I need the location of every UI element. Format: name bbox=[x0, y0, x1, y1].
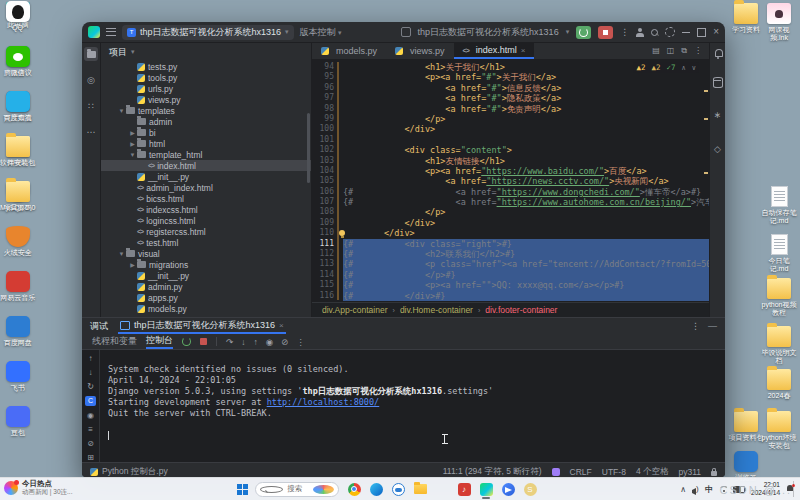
taskbar-app-file-explorer[interactable] bbox=[412, 481, 428, 497]
rerun-icon[interactable] bbox=[182, 337, 191, 346]
interpreter[interactable]: py311 bbox=[678, 467, 701, 477]
code-editor[interactable]: ▲2▲2✓7∧∨ 94 <h1>关于我们</h1>95 <p><a href="… bbox=[312, 60, 709, 302]
tray-expand-icon[interactable]: ∧ bbox=[680, 485, 686, 494]
debug-action-icon[interactable]: ↑ bbox=[253, 337, 257, 347]
editor-tab-views-py[interactable]: views.py bbox=[386, 43, 454, 59]
desktop-icon-app[interactable]: 飞书 bbox=[0, 360, 35, 405]
breadcrumb-item[interactable]: div.Home-container bbox=[400, 305, 473, 315]
run-config-name[interactable]: thp日志数据可视化分析系统hx1316 bbox=[418, 26, 559, 39]
more-tools-icon[interactable]: ⋯ bbox=[84, 125, 98, 139]
editor-tab-index-html[interactable]: <>index.html× bbox=[454, 43, 535, 59]
console-action-icon[interactable]: ↻ bbox=[85, 382, 96, 391]
debug-action-icon[interactable]: ⋮ bbox=[296, 337, 305, 347]
code-line[interactable]: 101 bbox=[312, 135, 709, 145]
tree-item[interactable]: admin bbox=[101, 116, 311, 127]
desktop-icon-qq[interactable]: QQ bbox=[0, 0, 35, 45]
close-icon[interactable]: × bbox=[279, 321, 284, 330]
desktop-icon-folder[interactable]: 2024春 bbox=[760, 368, 798, 400]
desktop-icon-folder[interactable]: 毕设说明文档 bbox=[760, 325, 798, 365]
notifications-icon[interactable] bbox=[714, 49, 722, 57]
taskbar-app-qq[interactable] bbox=[434, 481, 450, 497]
tree-item[interactable]: <>bicss.html bbox=[101, 193, 311, 204]
caret-position[interactable]: 111:1 (294 字符, 5 断行符) bbox=[443, 466, 542, 478]
code-line[interactable]: 109 </div> bbox=[312, 218, 709, 228]
code-line[interactable]: 107{# <a href="https://www.autohome.com.… bbox=[312, 197, 709, 207]
desktop-icon-wechat[interactable]: 微信 bbox=[0, 45, 35, 90]
code-line[interactable]: 103 <h1>友情链接</h1> bbox=[312, 156, 709, 166]
code-line[interactable]: 112{# <h2>联系我们</h2>#} bbox=[312, 249, 709, 259]
code-line[interactable]: 95 <p><a href="#">关于我们</a> bbox=[312, 72, 709, 82]
code-line[interactable]: 113{# <p class="href"><a href="tencent:/… bbox=[312, 259, 709, 269]
tree-item[interactable]: <>test.html bbox=[101, 237, 311, 248]
chevron-down-icon[interactable]: ▼ bbox=[128, 152, 137, 158]
stop-button[interactable] bbox=[598, 26, 613, 39]
tree-item[interactable]: models.py bbox=[101, 303, 311, 314]
structure-tool-icon[interactable]: ∷ bbox=[84, 99, 98, 113]
code-line[interactable]: 102 <div class="content"> bbox=[312, 145, 709, 155]
code-line[interactable]: 99 </p> bbox=[312, 114, 709, 124]
debug-action-icon[interactable]: ◉ bbox=[266, 337, 273, 347]
code-line[interactable]: 104 <p><a href="https://www.baidu.com/">… bbox=[312, 166, 709, 176]
tree-item[interactable]: <>admin_index.html bbox=[101, 182, 311, 193]
maximize-button[interactable] bbox=[697, 28, 706, 37]
tree-item[interactable]: <>index.html bbox=[101, 160, 311, 171]
ai-assistant-icon[interactable]: ◇ bbox=[711, 142, 725, 156]
minimize-button[interactable] bbox=[682, 32, 690, 33]
tree-item[interactable]: apps.py bbox=[101, 292, 311, 303]
tree-item[interactable]: admin.py bbox=[101, 281, 311, 292]
desktop-icon-folder[interactable]: python视频教程 bbox=[760, 277, 798, 317]
editor-tab-models-py[interactable]: models.py bbox=[312, 43, 386, 59]
taskbar-app-edge[interactable] bbox=[368, 481, 384, 497]
code-line[interactable]: 110 </div> bbox=[312, 228, 709, 238]
taskbar-app-feishu[interactable] bbox=[500, 481, 516, 497]
vcs-menu[interactable]: 版本控制 ▾ bbox=[300, 26, 342, 39]
tree-item[interactable]: __init__.py bbox=[101, 270, 311, 281]
console-action-icon[interactable]: ◉ bbox=[85, 411, 96, 420]
desktop-icon-folder[interactable]: python环境安装包 bbox=[760, 410, 798, 450]
code-line[interactable]: 96 <a href="#">信息反馈</a> bbox=[312, 83, 709, 93]
commit-tool-icon[interactable]: ◎ bbox=[84, 73, 98, 87]
debug-action-icon[interactable]: ↷ bbox=[226, 337, 233, 347]
code-line[interactable]: 105 <a href="https://news.cctv.com/">央视新… bbox=[312, 176, 709, 186]
desktop-icon-folder[interactable]: 软件安装包 bbox=[0, 135, 35, 180]
desktop-icon-app[interactable]: 百度网盘 bbox=[0, 315, 35, 360]
tree-item[interactable]: <>indexcss.html bbox=[101, 204, 311, 215]
tree-item[interactable]: urls.py bbox=[101, 83, 311, 94]
code-line[interactable]: 116{# </div>#} bbox=[312, 291, 709, 301]
tree-item[interactable]: ▼templates bbox=[101, 105, 311, 116]
clock[interactable]: 22:01 2024/4/14 bbox=[751, 481, 780, 497]
desktop-icon-app[interactable]: 网易云音乐 bbox=[0, 270, 35, 315]
tree-item[interactable]: ▶migrations bbox=[101, 259, 311, 270]
code-line[interactable]: 108 </p> bbox=[312, 207, 709, 217]
tree-item[interactable]: <>logincss.html bbox=[101, 215, 311, 226]
main-menu-icon[interactable] bbox=[106, 28, 116, 36]
debug-session-tab[interactable]: thp日志数据可视化分析系统hx1316 × bbox=[118, 318, 286, 334]
desktop-icon-folder[interactable]: 项目源码 bbox=[0, 180, 35, 225]
debug-console[interactable]: System check identified no issues (0 sil… bbox=[100, 350, 725, 462]
breadcrumb-item[interactable]: div.footer-container bbox=[485, 305, 557, 315]
desktop-icon-avatar[interactable]: 网课视频.lnk bbox=[760, 2, 798, 42]
desktop-icon-file[interactable]: 今日笔记.md bbox=[760, 233, 798, 273]
desktop-icon-app[interactable]: 豆包 bbox=[0, 405, 35, 450]
code-line[interactable]: 98 <a href="#">免责声明</a> bbox=[312, 104, 709, 114]
console-action-icon[interactable]: ↓ bbox=[85, 368, 96, 377]
lock-icon[interactable] bbox=[711, 471, 717, 476]
code-with-me-icon[interactable] bbox=[636, 28, 644, 36]
split-icon[interactable]: ◫ bbox=[667, 46, 675, 56]
settings-gear-icon[interactable] bbox=[665, 27, 675, 37]
console-link[interactable]: http://localhost:8000/ bbox=[267, 397, 380, 407]
desktop-icon-shield[interactable]: 火绒安全 bbox=[0, 225, 35, 270]
code-line[interactable]: 100 </div> bbox=[312, 124, 709, 134]
taskbar-app-sogou[interactable]: S bbox=[522, 481, 538, 497]
chevron-right-icon[interactable]: ▶ bbox=[128, 261, 137, 268]
project-tool-icon[interactable] bbox=[84, 47, 98, 61]
stop-icon[interactable] bbox=[200, 338, 207, 345]
battery-icon[interactable] bbox=[733, 486, 745, 493]
console-action-icon[interactable]: C bbox=[85, 396, 96, 405]
taskbar-app-baidu-pan[interactable] bbox=[390, 481, 406, 497]
taskbar-app-netease-music[interactable]: ♪ bbox=[456, 481, 472, 497]
code-line[interactable]: 106{# <a href="https://www.dongchedi.com… bbox=[312, 187, 709, 197]
start-button[interactable] bbox=[237, 484, 248, 495]
tree-item[interactable]: ▼visual bbox=[101, 248, 311, 259]
hide-panel-icon[interactable]: — bbox=[708, 321, 717, 331]
